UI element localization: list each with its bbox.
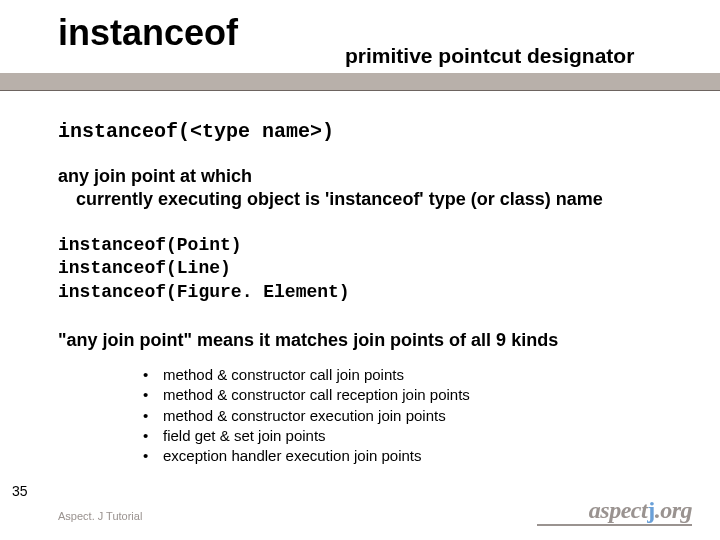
example-line: instanceof(Line) [58, 257, 680, 280]
logo-part-a: aspect [589, 497, 647, 523]
description: any join point at which currently execut… [58, 165, 680, 210]
slide-title: instanceof [58, 12, 238, 54]
syntax-code: instanceof(<type name>) [58, 120, 680, 143]
logo-part-b: .org [655, 497, 692, 523]
slide-number: 35 [12, 483, 28, 499]
bullet-icon: • [143, 406, 163, 426]
bullet-text: field get & set join points [163, 426, 326, 446]
logo-underline [537, 524, 692, 526]
logo-text: aspectj.org [589, 497, 692, 523]
bullet-icon: • [143, 385, 163, 405]
bullet-icon: • [143, 446, 163, 466]
description-2: "any join point" means it matches join p… [58, 330, 680, 351]
content-area: instanceof(<type name>) any join point a… [58, 120, 680, 466]
slide: instanceof primitive pointcut designator… [0, 0, 720, 540]
logo-dot: j [647, 497, 655, 523]
list-item: •method & constructor execution join poi… [143, 406, 680, 426]
footer-text: Aspect. J Tutorial [58, 510, 142, 522]
bullet-icon: • [143, 365, 163, 385]
bullet-icon: • [143, 426, 163, 446]
list-item: •method & constructor call reception joi… [143, 385, 680, 405]
bullet-text: exception handler execution join points [163, 446, 422, 466]
aspectj-logo: aspectj.org [537, 497, 692, 526]
bullet-text: method & constructor call join points [163, 365, 404, 385]
desc-line2: currently executing object is 'instanceo… [58, 188, 680, 211]
slide-subtitle: primitive pointcut designator [345, 44, 634, 68]
example-line: instanceof(Point) [58, 234, 680, 257]
bullet-text: method & constructor execution join poin… [163, 406, 446, 426]
list-item: •field get & set join points [143, 426, 680, 446]
bullet-text: method & constructor call reception join… [163, 385, 470, 405]
list-item: •exception handler execution join points [143, 446, 680, 466]
bullet-list: •method & constructor call join points •… [58, 365, 680, 466]
example-line: instanceof(Figure. Element) [58, 281, 680, 304]
title-divider [0, 73, 720, 91]
example-code: instanceof(Point) instanceof(Line) insta… [58, 234, 680, 304]
desc-line1: any join point at which [58, 165, 680, 188]
list-item: •method & constructor call join points [143, 365, 680, 385]
